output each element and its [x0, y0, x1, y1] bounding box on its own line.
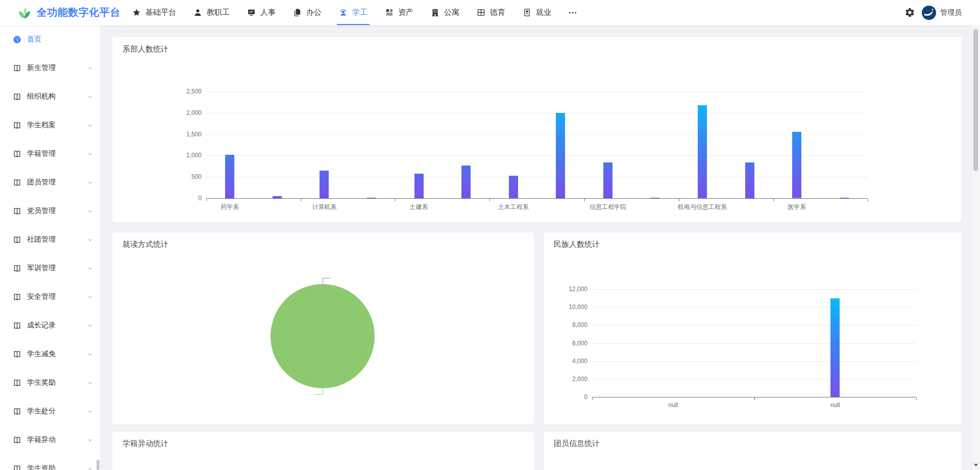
dashboard-icon: [13, 35, 21, 44]
grid-line: [592, 361, 916, 362]
tab-label: 资产: [398, 8, 413, 17]
grid-icon: [477, 8, 485, 17]
tab-student-affairs[interactable]: 学工: [330, 0, 376, 25]
scrollbar-down-arrow-icon[interactable]: [974, 464, 978, 466]
tab-hr[interactable]: 人事: [238, 0, 284, 25]
sidebar-item-freshman-management[interactable]: 新生管理: [0, 54, 100, 82]
bar-series-7: [556, 113, 565, 198]
sidebar-item-student-reduction[interactable]: 学生减免: [0, 340, 100, 368]
sidebar-item-home[interactable]: 首页: [0, 25, 100, 54]
x-axis-tick: [868, 199, 868, 201]
tab-employment[interactable]: 就业: [514, 0, 560, 25]
chevron-down-icon: [87, 208, 93, 214]
sidebar-item-student-award[interactable]: 学生奖助: [0, 368, 100, 397]
sidebar-item-organization[interactable]: 组织机构: [0, 82, 100, 111]
vertical-scrollbar: [971, 25, 980, 470]
scrollbar-thumb[interactable]: [973, 29, 978, 171]
sidebar-item-military-training[interactable]: 军训管理: [0, 254, 100, 283]
sidebar-item-party-member[interactable]: 党员管理: [0, 197, 100, 225]
bar-series-9: [650, 198, 659, 198]
chart-title: 民族人数统计: [554, 240, 600, 249]
sidebar-item-label: 首页: [27, 35, 93, 44]
sidebar-item-student-punishment[interactable]: 学生处分: [0, 397, 100, 426]
tab-label: 德育: [490, 8, 505, 17]
book-icon: [13, 350, 21, 359]
chevron-down-icon: [87, 65, 93, 71]
sidebar-item-student-aid[interactable]: 学生资助: [0, 454, 100, 470]
person-icon: [193, 8, 202, 17]
tree-icon: [385, 8, 394, 17]
sidebar: 首页新生管理组织机构学生档案学籍管理团员管理党员管理社团管理军训管理安全管理成长…: [0, 25, 101, 470]
sidebar-scrollbar-thumb[interactable]: [96, 460, 100, 470]
sidebar-item-club-management[interactable]: 社团管理: [0, 225, 100, 254]
building-icon: [431, 8, 439, 17]
card-department-stats: 系部人数统计 05001,0001,5002,0002,500药学系计算机系土建…: [112, 37, 962, 222]
user-menu[interactable]: 管理员: [922, 6, 962, 20]
sidebar-item-league-member[interactable]: 团员管理: [0, 168, 100, 197]
sidebar-item-label: 社团管理: [27, 235, 87, 244]
chart-title: 就读方式统计: [122, 240, 168, 249]
x-axis-tick: [916, 397, 917, 400]
settings-button[interactable]: [904, 7, 915, 18]
chevron-down-icon: [87, 323, 93, 328]
x-category-label: 药学系: [189, 203, 271, 212]
book-icon: [13, 464, 21, 470]
grid-line: [206, 91, 868, 92]
tab-office[interactable]: 办公: [284, 0, 330, 25]
tab-label: 教职工: [207, 8, 230, 17]
sidebar-item-label: 学籍管理: [27, 149, 87, 158]
y-axis-label: 12,000: [551, 286, 587, 293]
brand-title: 全功能数字化平台: [37, 6, 120, 19]
x-axis-tick: [301, 199, 301, 201]
bar-计算机系: [320, 171, 329, 198]
tab-assets[interactable]: 资产: [376, 0, 422, 25]
x-axis-tick: [395, 199, 396, 201]
sidebar-item-label: 新生管理: [27, 63, 87, 73]
bar-series-3: [367, 198, 376, 198]
tab-base-platform[interactable]: 基础平台: [124, 0, 185, 25]
avatar-swoosh-icon: [922, 6, 936, 20]
x-axis-tick: [592, 397, 593, 400]
chart-title: 团员信息统计: [554, 439, 600, 449]
sidebar-item-student-archives[interactable]: 学生档案: [0, 111, 100, 139]
badge-icon: [523, 8, 531, 17]
sidebar-item-label: 组织机构: [27, 92, 87, 101]
book-icon: [13, 178, 21, 187]
pie-label-line-bottom: [315, 388, 323, 395]
x-axis-tick: [773, 199, 774, 201]
chevron-down-icon: [87, 266, 93, 271]
top-tabs: 基础平台教职工人事办公学工资产公寓德育就业: [124, 0, 560, 25]
ethnicity-bar-chart: 02,0004,0006,0008,00010,00012,000nullnul…: [544, 232, 962, 425]
bar-信息工程学院: [603, 162, 612, 198]
tabs-overflow-button[interactable]: [560, 8, 585, 17]
bar-医学系: [792, 132, 801, 198]
book-icon: [13, 236, 21, 244]
bar-机电与信息工程系: [698, 105, 707, 198]
book-icon: [13, 321, 21, 330]
book-icon: [13, 64, 21, 73]
x-axis-tick: [679, 199, 679, 201]
tab-apartment[interactable]: 公寓: [422, 0, 468, 25]
bar-series-13: [840, 198, 849, 198]
y-axis-label: 8,000: [551, 321, 587, 328]
tab-moral-education[interactable]: 德育: [468, 0, 514, 25]
docs-icon: [293, 8, 302, 17]
book-icon: [13, 264, 21, 273]
sidebar-item-safety-management[interactable]: 安全管理: [0, 283, 100, 311]
tab-staff[interactable]: 教职工: [185, 0, 238, 25]
star-icon: [132, 8, 141, 17]
tab-label: 就业: [536, 8, 551, 17]
book-icon: [13, 379, 21, 387]
student-icon: [339, 8, 348, 17]
x-axis-tick: [206, 199, 207, 201]
tab-label: 基础平台: [145, 8, 176, 17]
avatar: [922, 6, 936, 20]
card-study-mode-stats: 就读方式统计: [112, 232, 534, 425]
book-icon: [13, 407, 21, 416]
sidebar-item-student-status[interactable]: 学籍管理: [0, 139, 100, 168]
sidebar-item-status-change[interactable]: 学籍异动: [0, 426, 100, 454]
top-bar: 全功能数字化平台 基础平台教职工人事办公学工资产公寓德育就业 管理员: [0, 0, 980, 26]
sidebar-menu: 首页新生管理组织机构学生档案学籍管理团员管理党员管理社团管理军训管理安全管理成长…: [0, 25, 100, 470]
sidebar-item-growth-record[interactable]: 成长记录: [0, 311, 100, 340]
bar-药学系: [225, 155, 234, 198]
